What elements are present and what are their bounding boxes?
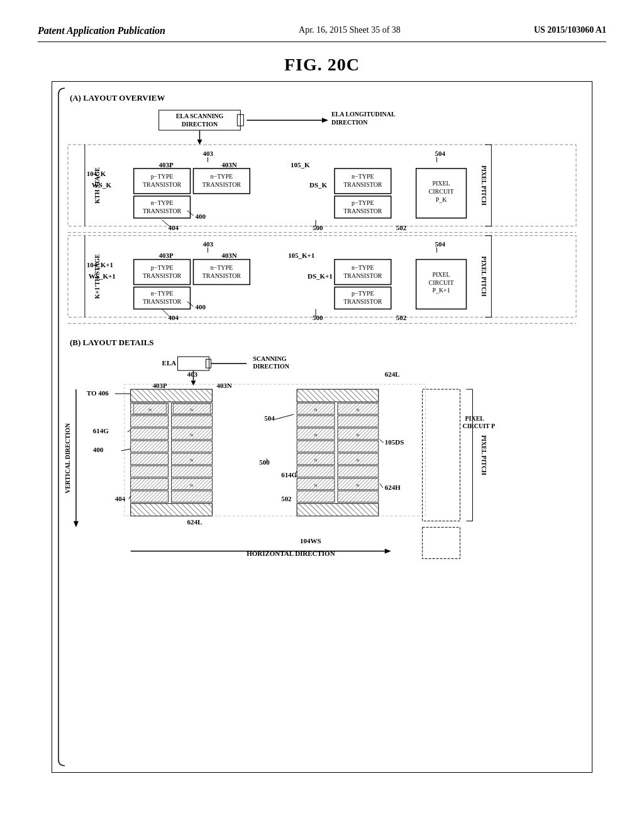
svg-text:(B) LAYOUT DETAILS: (B) LAYOUT DETAILS (70, 338, 154, 347)
svg-text:DIRECTION: DIRECTION (253, 363, 289, 370)
svg-text:400: 400 (195, 213, 206, 220)
svg-rect-157 (338, 441, 379, 452)
svg-text:PIXEL: PIXEL (465, 415, 484, 422)
svg-text:DIRECTION: DIRECTION (182, 121, 218, 128)
svg-text:TRANSISTOR: TRANSISTOR (343, 298, 382, 305)
svg-text:502: 502 (396, 314, 407, 321)
svg-text:n−TYPE: n−TYPE (352, 173, 374, 180)
svg-text:502: 502 (396, 224, 407, 231)
svg-rect-128 (172, 416, 213, 427)
svg-rect-120 (131, 389, 213, 402)
svg-rect-168 (297, 491, 335, 502)
svg-text:403N: 403N (216, 382, 231, 389)
svg-text:p−TYPE: p−TYPE (151, 173, 174, 180)
svg-text:WS_K+1: WS_K+1 (89, 272, 116, 280)
svg-text:PIXEL: PIXEL (432, 180, 450, 187)
svg-text:500: 500 (259, 458, 270, 466)
svg-text:p−TYPE: p−TYPE (151, 264, 174, 271)
svg-text:TRANSISTOR: TRANSISTOR (143, 272, 182, 279)
page: Patent Application Publication Apr. 16, … (0, 0, 644, 830)
svg-rect-170 (297, 504, 379, 516)
svg-text:404: 404 (115, 495, 126, 502)
svg-text:TO 406: TO 406 (87, 389, 109, 397)
svg-text:ELA SCANNING: ELA SCANNING (176, 113, 224, 119)
svg-marker-197 (74, 521, 79, 528)
diagram-svg: (A) LAYOUT OVERVIEW ELA SCANNING DIRECTI… (52, 81, 592, 773)
svg-text:404: 404 (169, 224, 179, 231)
svg-text:N: N (356, 407, 359, 412)
svg-line-178 (121, 449, 131, 451)
svg-text:403P: 403P (159, 161, 174, 169)
svg-text:CIRCUIT: CIRCUIT (429, 188, 454, 195)
svg-text:N: N (314, 407, 317, 412)
svg-text:105DS: 105DS (385, 438, 404, 446)
svg-text:TRANSISTOR: TRANSISTOR (203, 272, 242, 279)
svg-text:N: N (314, 433, 317, 438)
svg-text:PIXEL PITCH: PIXEL PITCH (480, 435, 487, 475)
svg-rect-129 (131, 428, 169, 440)
svg-text:614G: 614G (281, 471, 297, 479)
svg-line-174 (128, 430, 131, 432)
svg-rect-145 (297, 389, 379, 402)
svg-rect-139 (131, 479, 169, 490)
svg-text:CIRCUIT P: CIRCUIT P (462, 423, 495, 429)
svg-rect-100 (178, 357, 209, 370)
svg-text:N: N (356, 458, 359, 463)
svg-rect-156 (297, 441, 335, 452)
svg-rect-142 (131, 491, 169, 502)
svg-text:P_K+1: P_K+1 (432, 287, 450, 294)
svg-text:614G: 614G (93, 427, 109, 434)
svg-text:624H: 624H (385, 484, 401, 491)
svg-text:n−TYPE: n−TYPE (211, 264, 233, 271)
svg-text:403P: 403P (159, 252, 174, 259)
svg-line-176 (380, 440, 384, 443)
svg-text:TRANSISTOR: TRANSISTOR (343, 181, 382, 188)
svg-text:403N: 403N (221, 252, 236, 259)
svg-text:PIXEL PITCH: PIXEL PITCH (480, 257, 487, 297)
svg-text:104WS: 104WS (300, 537, 321, 545)
svg-text:105_K+1: 105_K+1 (288, 252, 314, 259)
header-left: Patent Application Publication (38, 25, 165, 36)
svg-rect-163 (338, 466, 379, 477)
svg-rect-138 (172, 466, 213, 477)
svg-text:403: 403 (203, 150, 213, 157)
svg-text:104_K+1: 104_K+1 (87, 261, 113, 268)
main-content: FIG. 20C (A) LAYOUT OVERVIEW ELA SCANNIN… (38, 55, 606, 773)
svg-rect-137 (131, 466, 169, 477)
svg-text:N: N (314, 458, 317, 463)
svg-text:PIXEL PITCH: PIXEL PITCH (480, 165, 487, 206)
svg-text:p−TYPE: p−TYPE (352, 199, 374, 206)
svg-rect-133 (172, 441, 213, 452)
svg-text:500: 500 (313, 224, 323, 231)
svg-text:624L: 624L (385, 370, 400, 378)
svg-text:N: N (190, 407, 193, 412)
svg-text:403N: 403N (221, 161, 236, 169)
svg-text:403P: 403P (153, 382, 167, 389)
svg-rect-132 (131, 441, 169, 452)
svg-text:403: 403 (203, 240, 213, 248)
svg-text:ELA: ELA (162, 359, 177, 367)
svg-text:N: N (314, 483, 317, 488)
svg-text:502: 502 (281, 495, 292, 502)
svg-text:TRANSISTOR: TRANSISTOR (203, 181, 242, 188)
svg-text:624L: 624L (187, 518, 203, 526)
svg-text:n−TYPE: n−TYPE (352, 264, 374, 271)
svg-line-187 (380, 484, 383, 488)
svg-text:N: N (148, 407, 152, 412)
svg-rect-169 (338, 491, 379, 502)
svg-text:SCANNING: SCANNING (253, 355, 286, 362)
svg-text:404: 404 (169, 314, 179, 321)
svg-text:P_K: P_K (436, 196, 448, 203)
section-a-label: (A) LAYOUT OVERVIEW (70, 93, 165, 102)
svg-text:N: N (356, 483, 359, 488)
svg-text:DS_K: DS_K (309, 181, 328, 189)
svg-text:DS_K+1: DS_K+1 (308, 272, 333, 280)
svg-text:HORIZONTAL DIRECTION: HORIZONTAL DIRECTION (247, 550, 335, 557)
svg-text:TRANSISTOR: TRANSISTOR (143, 298, 182, 305)
svg-text:N: N (190, 458, 193, 463)
svg-text:400: 400 (93, 446, 104, 453)
svg-line-184 (129, 496, 131, 499)
svg-rect-143 (172, 491, 213, 502)
svg-text:n−TYPE: n−TYPE (151, 290, 174, 297)
svg-text:n−TYPE: n−TYPE (151, 199, 174, 206)
